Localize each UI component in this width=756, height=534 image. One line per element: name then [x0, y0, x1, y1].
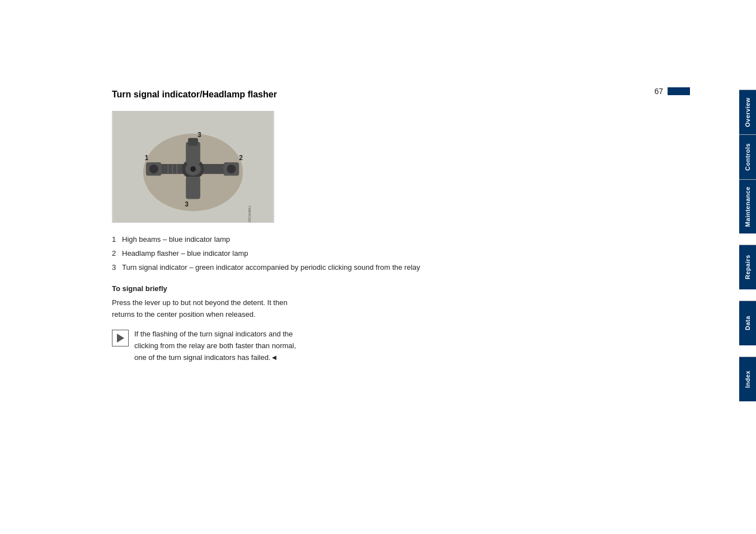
item-number-1: 1 — [112, 234, 119, 246]
page-number-bar — [668, 87, 690, 95]
item-text-1: High beams – blue indicator lamp — [122, 234, 230, 245]
diagram-image: 1 2 3 3 ©MERCEDES BA — [112, 111, 274, 223]
tab-index[interactable]: Index — [739, 357, 756, 401]
list-item: 3 Turn signal indicator – green indicato… — [112, 262, 701, 274]
svg-text:3: 3 — [185, 200, 189, 208]
tab-maintenance[interactable]: Maintenance — [739, 179, 756, 233]
item-number-2: 2 — [112, 248, 119, 260]
svg-rect-13 — [188, 138, 198, 146]
tab-controls[interactable]: Controls — [739, 134, 756, 179]
item-list: 1 High beams – blue indicator lamp 2 Hea… — [112, 234, 701, 273]
item-number-3: 3 — [112, 262, 119, 274]
svg-point-11 — [190, 166, 196, 172]
note-icon — [112, 330, 129, 346]
note-box: If the flashing of the turn signal indic… — [112, 329, 302, 363]
svg-rect-15 — [186, 177, 200, 199]
page-number: 67 — [654, 87, 663, 96]
main-content: Turn signal indicator/Headlamp flasher 6… — [0, 0, 735, 534]
page-number-area: 67 — [654, 87, 690, 96]
item-text-3: Turn signal indicator – green indicator … — [122, 262, 420, 273]
section-heading: To signal briefly — [112, 284, 701, 293]
item-text-2: Headlamp flasher – blue indicator lamp — [122, 248, 248, 259]
page-title: Turn signal indicator/Headlamp flasher — [112, 90, 701, 100]
tab-overview[interactable]: Overview — [739, 90, 756, 134]
sidebar: Overview Controls Maintenance Repairs Da… — [735, 0, 756, 534]
note-triangle-icon — [117, 334, 124, 343]
svg-text:1: 1 — [145, 154, 149, 162]
svg-text:2: 2 — [239, 154, 243, 162]
svg-point-7 — [227, 165, 236, 174]
list-item: 2 Headlamp flasher – blue indicator lamp — [112, 248, 701, 260]
body-text: Press the lever up to but not beyond the… — [112, 297, 302, 321]
svg-point-4 — [149, 165, 158, 174]
svg-text:©MERCEDES BA: ©MERCEDES BA — [248, 205, 251, 222]
svg-text:3: 3 — [198, 131, 201, 139]
tab-repairs[interactable]: Repairs — [739, 245, 756, 289]
list-item: 1 High beams – blue indicator lamp — [112, 234, 701, 246]
tab-data[interactable]: Data — [739, 301, 756, 345]
note-text: If the flashing of the turn signal indic… — [134, 329, 302, 363]
